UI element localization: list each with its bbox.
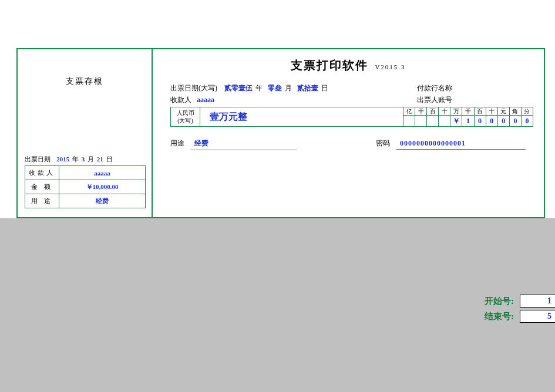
stub-table: 收款人 aaaaa 金 额 ￥10,000.00 用 途 经费 <box>25 165 146 208</box>
payee-label: 收款人 <box>170 96 191 104</box>
title-version: V2015.3 <box>375 63 405 70</box>
digit-value <box>415 116 426 126</box>
digit-value <box>439 116 450 126</box>
check-container: 支票存根 出票日期 2015 年 3 月 21 日 收款人 aaaaa 金 额 … <box>16 48 545 218</box>
digit-header: 亿 <box>403 107 415 116</box>
digit-value: 0 <box>522 116 533 126</box>
amount-in-words: 壹万元整 <box>200 107 403 126</box>
rmb-caps-label: (大写) <box>177 117 193 124</box>
purpose-value: 经费 <box>191 138 297 150</box>
month-unit: 月 <box>285 84 292 92</box>
digit-col: 千1 <box>462 107 473 126</box>
password-label: 密码 <box>376 139 390 147</box>
digit-value: ￥ <box>450 116 462 126</box>
digit-header: 角 <box>510 107 521 116</box>
digit-value: 0 <box>486 116 497 126</box>
stub-payee-label: 收款人 <box>25 166 59 180</box>
issue-day-words: 贰拾壹 <box>297 84 318 92</box>
digit-col: 十0 <box>486 107 497 126</box>
check-stub: 支票存根 出票日期 2015 年 3 月 21 日 收款人 aaaaa 金 额 … <box>18 49 153 217</box>
issue-year-words: 贰零壹伍 <box>224 84 253 92</box>
stub-year: 2015 <box>55 156 70 163</box>
digit-header: 元 <box>498 107 509 116</box>
purpose-row: 用途 经费 <box>170 138 297 150</box>
digit-col: 百 <box>426 107 438 126</box>
amount-digit-grid: 亿千百十万￥千1百0十0元0角0分0 <box>403 107 533 126</box>
digit-col: 万￥ <box>450 107 462 126</box>
stub-row-payee: 收款人 aaaaa <box>25 166 146 180</box>
stub-month: 3 <box>80 156 86 163</box>
digit-value: 0 <box>498 116 509 126</box>
check-main: 支票打印软件 V2015.3 出票日期(大写) 贰零壹伍 年 零叁 月 贰拾壹 … <box>153 49 544 217</box>
digit-header: 百 <box>427 107 438 116</box>
stub-payee-value: aaaaa <box>59 166 146 180</box>
digit-col: 角0 <box>509 107 521 126</box>
digit-header: 十 <box>439 107 450 116</box>
digit-value: 0 <box>510 116 521 126</box>
digit-col: 十 <box>438 107 450 126</box>
issue-month-words: 零叁 <box>268 84 282 92</box>
stub-title: 支票存根 <box>18 76 152 87</box>
stub-purpose-label: 用 途 <box>25 194 59 208</box>
payee-row: 收款人 aaaaa <box>170 95 214 105</box>
digit-header: 分 <box>522 107 533 116</box>
stub-amount-label: 金 额 <box>25 180 59 194</box>
stub-day-unit: 日 <box>106 156 113 163</box>
stub-month-unit: 月 <box>88 156 94 163</box>
digit-value <box>427 116 438 126</box>
stub-year-unit: 年 <box>72 156 79 163</box>
digit-col: 元0 <box>497 107 509 126</box>
password-row: 密码 0000000000000001 <box>376 138 526 150</box>
start-number-row: 开始号: 1 <box>485 295 555 307</box>
digit-header: 千 <box>462 107 473 116</box>
day-unit: 日 <box>321 84 328 92</box>
end-number-row: 结束号: 5 <box>485 310 555 323</box>
digit-col: 百0 <box>474 107 486 126</box>
start-number-input[interactable]: 1 <box>520 295 555 307</box>
title-text: 支票打印软件 <box>291 59 368 72</box>
digit-header: 百 <box>475 107 486 116</box>
digit-header: 万 <box>450 107 462 116</box>
amount-label-col: 人民币 (大写) <box>171 107 200 126</box>
stub-purpose-value: 经费 <box>59 194 146 208</box>
digit-header: 千 <box>415 107 426 116</box>
digit-value <box>403 116 415 126</box>
start-number-label: 开始号: <box>485 296 514 307</box>
year-unit: 年 <box>255 84 263 92</box>
main-title: 支票打印软件 V2015.3 <box>163 58 533 73</box>
password-value: 0000000000000001 <box>396 139 526 150</box>
stub-date-row: 出票日期 2015 年 3 月 21 日 <box>25 155 113 164</box>
gray-background <box>0 218 555 392</box>
end-number-label: 结束号: <box>485 311 514 322</box>
digit-value: 0 <box>475 116 486 126</box>
digit-col: 千 <box>415 107 426 126</box>
stub-row-amount: 金 额 ￥10,000.00 <box>25 180 146 194</box>
digit-col: 分0 <box>521 107 533 126</box>
rmb-label: 人民币 <box>177 109 194 117</box>
stub-day: 21 <box>96 156 105 163</box>
issue-date-label: 出票日期(大写) <box>170 84 217 92</box>
paying-bank-label: 付款行名称 <box>417 83 452 93</box>
stub-amount-value: ￥10,000.00 <box>59 180 146 194</box>
digit-header: 十 <box>486 107 497 116</box>
stub-date-label: 出票日期 <box>25 156 51 163</box>
digit-value: 1 <box>462 116 473 126</box>
purpose-label: 用途 <box>170 139 184 147</box>
amount-box: 人民币 (大写) 壹万元整 亿千百十万￥千1百0十0元0角0分0 <box>170 107 533 127</box>
drawer-account-label: 出票人账号 <box>417 95 452 105</box>
stub-row-purpose: 用 途 经费 <box>25 194 146 208</box>
digit-col: 亿 <box>403 107 415 126</box>
issue-date-row: 出票日期(大写) 贰零壹伍 年 零叁 月 贰拾壹 日 <box>170 83 332 93</box>
payee-value: aaaaa <box>197 96 214 104</box>
end-number-input[interactable]: 5 <box>520 310 555 323</box>
